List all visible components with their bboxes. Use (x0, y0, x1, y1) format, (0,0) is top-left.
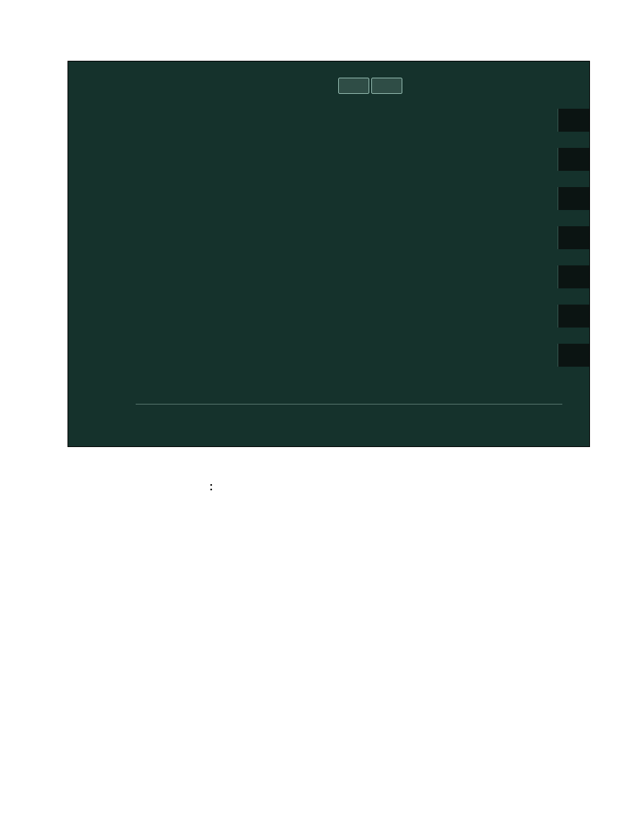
side-slot[interactable] (558, 344, 589, 367)
side-slot[interactable] (558, 226, 589, 249)
side-slot[interactable] (558, 109, 589, 132)
side-slot[interactable] (558, 187, 589, 210)
example-heading: : (209, 479, 590, 494)
side-slot[interactable] (558, 265, 589, 288)
side-slot[interactable] (558, 148, 589, 171)
meh-pgm-button[interactable] (338, 78, 369, 94)
side-slot[interactable] (558, 305, 589, 328)
meh-pst-button[interactable] (371, 78, 402, 94)
config-ebox-screenshot (68, 61, 590, 447)
